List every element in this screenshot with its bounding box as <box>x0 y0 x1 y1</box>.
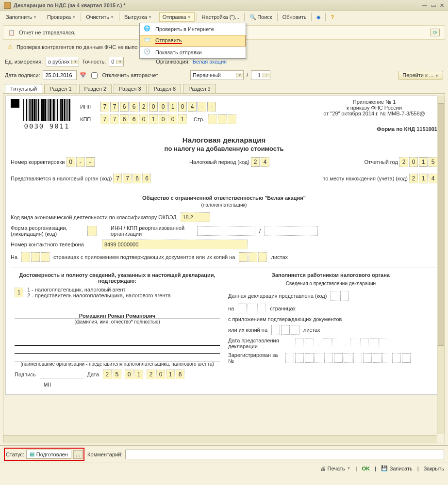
vertical-scrollbar[interactable] <box>437 96 445 434</box>
globe-check-icon: 🌐 <box>144 25 151 33</box>
appendix-info: Приложение № 1 к приказу ФНС России от "… <box>311 99 437 132</box>
primary-combo[interactable]: Первичный▼ <box>190 70 244 80</box>
warning-icon: ⚠ <box>8 44 13 50</box>
printer-icon: 🖨 <box>320 466 326 471</box>
reorg-code-field[interactable] <box>87 226 97 236</box>
fill-button[interactable]: Заполнить▼ <box>3 13 40 21</box>
tab-section8[interactable]: Раздел 8 <box>149 84 182 93</box>
year-cells[interactable]: 2015 <box>399 157 437 167</box>
check-button[interactable]: Проверка▼ <box>44 13 79 21</box>
app-icon <box>4 2 11 9</box>
help-button[interactable]: ? <box>328 13 337 21</box>
unit-combo[interactable]: в рублях▼ <box>46 57 79 66</box>
params-row-2: Дата подписи: 📅 Отключить авторасчет Пер… <box>0 68 448 82</box>
precision-combo[interactable]: 0▼ <box>109 57 124 66</box>
phone-field[interactable]: 8499 0000000 <box>102 240 248 249</box>
search-button[interactable]: 🔍Поиск <box>247 13 275 22</box>
sign-date-cells[interactable]: 25 . 01 . 2016 <box>103 370 184 379</box>
update-button[interactable]: Обновить <box>280 13 310 21</box>
disable-auto-label: Отключить авторасчет <box>102 72 158 78</box>
right-block: Заполняется работником налогового органа… <box>224 268 437 391</box>
attach-cells[interactable] <box>239 252 267 262</box>
place-cells[interactable]: 214 <box>409 174 437 183</box>
org-link[interactable]: Белая акация <box>193 59 227 65</box>
window-title: Декларация по НДС (за 4 квартал 2015 г.)… <box>14 2 126 8</box>
barcode-marker <box>11 99 19 108</box>
send-button[interactable]: Отправка▼ <box>159 12 195 22</box>
page-label: Стр. <box>194 116 204 122</box>
send-dropdown: 🌐 Проверить в Интернете 📨 Отправить 🕓 По… <box>139 23 246 59</box>
signer-type-cell[interactable]: 1 <box>15 288 23 297</box>
page-cells <box>208 114 236 124</box>
date-picker-icon[interactable]: 📅 <box>80 72 86 79</box>
corr-num-field[interactable]: 1⋮ <box>251 70 270 80</box>
status-field[interactable]: ▦ Подготовлен <box>26 450 71 459</box>
search-icon: 🔍 <box>249 14 256 20</box>
close-button[interactable]: ✕ <box>440 2 444 9</box>
disable-auto-checkbox[interactable] <box>91 72 98 79</box>
tab-section1[interactable]: Раздел 1 <box>44 84 77 93</box>
fio: Ромашкин Роман Романович <box>15 313 220 319</box>
title-page: 0030 9011 ИНН 7766200104-- КПП 776601001… <box>5 96 443 395</box>
corr-cells[interactable]: 0-- <box>66 157 95 167</box>
status-row: Статус: ▦ Подготовлен ... Комментарий: <box>0 445 448 463</box>
inn-cells[interactable]: 7766200104-- <box>100 102 216 112</box>
refresh-button[interactable]: ⟳ <box>430 29 440 36</box>
history-icon: 🕓 <box>144 48 151 56</box>
help-icon: ? <box>331 14 334 20</box>
status-highlight: Статус: ▦ Подготовлен ... <box>4 448 84 461</box>
doc-title1: Налоговая декларация <box>11 136 437 144</box>
comment-input[interactable] <box>125 450 444 459</box>
tax-org-cells[interactable]: 7766 <box>113 174 151 183</box>
unit-label: Ед. измерения: <box>5 59 43 65</box>
left-block: Достоверность и полноту сведений, указан… <box>11 268 224 391</box>
minimize-button[interactable]: — <box>422 2 427 9</box>
ok-button[interactable]: OK <box>362 466 370 471</box>
reorg-kpp-field[interactable] <box>265 226 318 236</box>
horizontal-scrollbar[interactable] <box>3 435 437 443</box>
inn-label: ИНН <box>80 104 97 110</box>
export-button[interactable]: Выгрузка▼ <box>121 13 155 21</box>
close-button-footer[interactable]: Закрыть <box>424 466 444 471</box>
tab-section2[interactable]: Раздел 2 <box>79 84 112 93</box>
print-button[interactable]: 🖨Печать▼ <box>320 466 351 471</box>
status-picker[interactable]: ... <box>73 450 83 459</box>
main-toolbar: Заполнить▼ Проверка▼ Очистить▼ Выгрузка▼… <box>0 11 448 23</box>
maximize-button[interactable]: ▭ <box>431 2 436 9</box>
kpp-cells[interactable]: 776601001 <box>100 114 187 124</box>
save-button[interactable]: 💾Записать <box>381 465 413 471</box>
settings-button[interactable]: Настройка (")... <box>199 13 243 21</box>
send-icon: 📨 <box>144 37 151 45</box>
footer: 🖨Печать▼ | OK | 💾Записать | Закрыть <box>0 463 448 473</box>
doc-title2: по налогу на добавленную стоимость <box>11 145 437 152</box>
pages-cells[interactable] <box>21 252 50 262</box>
clear-button[interactable]: Очистить▼ <box>83 13 117 21</box>
check-internet-item[interactable]: 🌐 Проверить в Интернете <box>140 23 246 35</box>
send-item[interactable]: 📨 Отправить <box>140 35 246 47</box>
org-sub: (налогоплательщик) <box>11 202 437 208</box>
show-sends-item[interactable]: 🕓 Показать отправки <box>140 47 246 58</box>
expand-button[interactable]: ◆ <box>314 13 323 22</box>
org-full-name: Общество с ограниченной ответственностью… <box>11 195 437 202</box>
org-label: Организация: <box>156 59 189 65</box>
barcode: 0030 9011 <box>23 99 70 130</box>
kpp-label: КПП <box>80 116 97 122</box>
period-cells[interactable]: 24 <box>251 157 269 167</box>
section-tabs: Титульный Раздел 1 Раздел 2 Раздел 3 Раз… <box>0 84 448 93</box>
tab-section9[interactable]: Раздел 9 <box>183 84 216 93</box>
sign-date-input[interactable] <box>43 70 77 80</box>
tab-title[interactable]: Титульный <box>5 84 42 93</box>
doc-status-icon: ▦ <box>30 451 34 457</box>
precision-label: Точность: <box>82 59 106 65</box>
titlebar: Декларация по НДС (за 4 квартал 2015 г.)… <box>0 0 448 11</box>
report-icon: 📋 <box>8 30 15 36</box>
reorg-inn-field[interactable] <box>197 226 255 236</box>
document-area: 0030 9011 ИНН 7766200104-- КПП 776601001… <box>3 93 445 443</box>
okved-field[interactable]: 18.2 <box>181 212 210 222</box>
goto-button[interactable]: Перейти к ... ▼ <box>398 71 443 80</box>
tab-section3[interactable]: Раздел 3 <box>114 84 147 93</box>
sign-date-label: Дата подписи: <box>5 72 40 78</box>
disk-icon: 💾 <box>381 465 388 471</box>
